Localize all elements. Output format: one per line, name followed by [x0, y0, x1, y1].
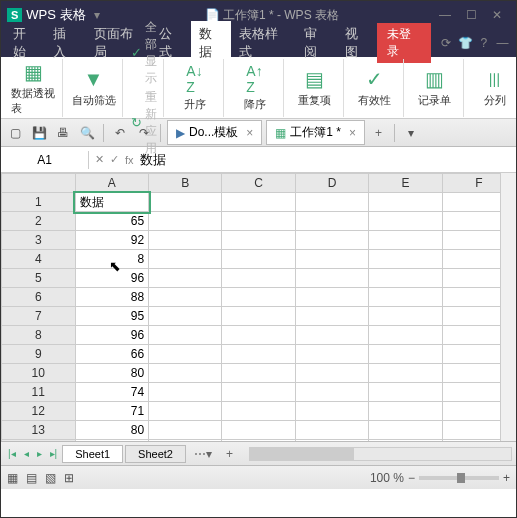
cell[interactable] — [295, 364, 368, 383]
cell[interactable]: 80 — [75, 364, 149, 383]
cell[interactable] — [369, 421, 442, 440]
cell[interactable] — [369, 402, 442, 421]
row-header[interactable]: 5 — [2, 269, 76, 288]
formula-bar[interactable]: 数据 — [140, 151, 166, 169]
cell[interactable]: 88 — [75, 288, 149, 307]
confirm-icon[interactable]: ✓ — [110, 153, 119, 166]
doc-tab-workbook[interactable]: ▦工作簿1 *× — [266, 120, 365, 145]
cell[interactable] — [222, 269, 295, 288]
zoom-label[interactable]: 100 % — [370, 471, 404, 485]
col-header[interactable]: E — [369, 174, 442, 193]
cell[interactable] — [149, 421, 222, 440]
row-header[interactable]: 3 — [2, 231, 76, 250]
tab-list-icon[interactable]: ▾ — [401, 123, 421, 143]
cell[interactable] — [149, 231, 222, 250]
cell[interactable]: 8 — [75, 250, 149, 269]
col-header[interactable]: C — [222, 174, 295, 193]
cell[interactable]: 74 — [75, 383, 149, 402]
sheet-menu-icon[interactable]: ⋯▾ — [188, 447, 218, 461]
app-menu-dropdown-icon[interactable]: ▾ — [94, 8, 100, 22]
sheet-tab-2[interactable]: Sheet2 — [125, 445, 186, 463]
duplicates-button[interactable]: ▤ 重复项 — [286, 59, 344, 117]
select-all-corner[interactable] — [2, 174, 76, 193]
cell[interactable] — [295, 402, 368, 421]
cell[interactable] — [222, 402, 295, 421]
sheet-tab-1[interactable]: Sheet1 — [62, 445, 123, 463]
cell[interactable] — [295, 250, 368, 269]
col-header[interactable]: B — [149, 174, 222, 193]
cell[interactable] — [149, 250, 222, 269]
close-tab-icon[interactable]: × — [246, 126, 253, 140]
preview-icon[interactable]: 🔍 — [77, 123, 97, 143]
cell[interactable] — [295, 193, 368, 212]
first-sheet-icon[interactable]: |◂ — [5, 448, 19, 459]
next-sheet-icon[interactable]: ▸ — [34, 448, 45, 459]
pivot-table-button[interactable]: ▦ 数据透视表 — [5, 59, 63, 117]
cell[interactable] — [369, 212, 442, 231]
cell[interactable]: 80 — [75, 421, 149, 440]
cell[interactable] — [295, 288, 368, 307]
cell[interactable] — [222, 193, 295, 212]
cell[interactable] — [369, 345, 442, 364]
cell[interactable] — [222, 421, 295, 440]
cell[interactable]: 96 — [75, 326, 149, 345]
cell[interactable] — [222, 383, 295, 402]
view-break-icon[interactable]: ▧ — [45, 471, 56, 485]
close-icon[interactable]: ✕ — [484, 8, 510, 22]
col-header[interactable]: A — [75, 174, 149, 193]
redo-icon[interactable]: ↷ — [134, 123, 154, 143]
row-header[interactable]: 10 — [2, 364, 76, 383]
cell[interactable] — [149, 193, 222, 212]
cell[interactable] — [149, 326, 222, 345]
cell[interactable] — [222, 231, 295, 250]
cell[interactable] — [222, 250, 295, 269]
cell[interactable] — [149, 402, 222, 421]
cell[interactable] — [222, 212, 295, 231]
col-header[interactable]: D — [295, 174, 368, 193]
row-header[interactable]: 14 — [2, 440, 76, 442]
sort-desc-button[interactable]: A↑Z 降序 — [226, 59, 284, 117]
cell[interactable] — [295, 231, 368, 250]
last-sheet-icon[interactable]: ▸| — [47, 448, 61, 459]
cell[interactable] — [149, 288, 222, 307]
prev-sheet-icon[interactable]: ◂ — [21, 448, 32, 459]
min-ribbon-icon[interactable]: — — [493, 36, 512, 50]
autofilter-button[interactable]: ▼ 自动筛选 — [65, 59, 123, 117]
cell[interactable] — [369, 250, 442, 269]
cell[interactable] — [222, 307, 295, 326]
cell[interactable] — [369, 364, 442, 383]
row-header[interactable]: 12 — [2, 402, 76, 421]
cell[interactable] — [149, 212, 222, 231]
cell[interactable]: 92 — [75, 231, 149, 250]
cell[interactable]: 71 — [75, 402, 149, 421]
login-button[interactable]: 未登录 — [377, 23, 431, 63]
row-header[interactable]: 8 — [2, 326, 76, 345]
row-header[interactable]: 13 — [2, 421, 76, 440]
cell[interactable] — [369, 383, 442, 402]
cell[interactable] — [369, 231, 442, 250]
cell[interactable] — [222, 326, 295, 345]
cell[interactable] — [295, 326, 368, 345]
validity-button[interactable]: ✓ 有效性 — [346, 59, 404, 117]
row-header[interactable]: 4 — [2, 250, 76, 269]
cell[interactable] — [149, 269, 222, 288]
minimize-icon[interactable]: — — [432, 8, 458, 22]
cell[interactable] — [369, 193, 442, 212]
cell[interactable] — [295, 307, 368, 326]
cell[interactable] — [149, 345, 222, 364]
view-reading-icon[interactable]: ⊞ — [64, 471, 74, 485]
cell[interactable]: 96 — [75, 269, 149, 288]
show-all-button[interactable]: ✓全部显示 — [131, 19, 157, 87]
cell[interactable] — [369, 288, 442, 307]
row-header[interactable]: 9 — [2, 345, 76, 364]
cell[interactable] — [369, 269, 442, 288]
row-header[interactable]: 11 — [2, 383, 76, 402]
cell[interactable]: 66 — [75, 345, 149, 364]
cell[interactable] — [75, 440, 149, 442]
cell[interactable] — [149, 383, 222, 402]
form-button[interactable]: ▥ 记录单 — [406, 59, 464, 117]
row-header[interactable]: 2 — [2, 212, 76, 231]
zoom-in-icon[interactable]: + — [503, 471, 510, 485]
new-icon[interactable]: ▢ — [5, 123, 25, 143]
cell[interactable] — [222, 345, 295, 364]
